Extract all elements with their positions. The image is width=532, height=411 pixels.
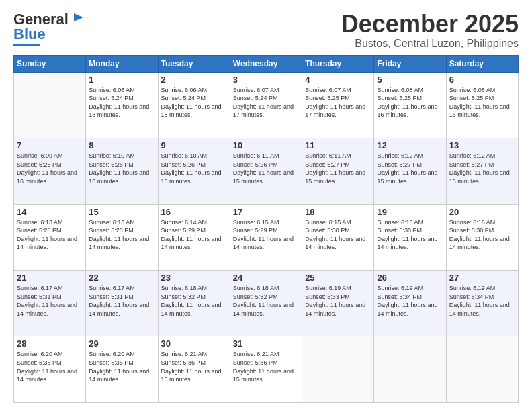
table-row: 20Sunrise: 6:16 AMSunset: 5:30 PMDayligh… xyxy=(446,204,518,270)
daylight-label: Daylight: 11 hours and 14 minutes. xyxy=(89,368,149,383)
sunrise-label: Sunrise: 6:15 AM xyxy=(305,219,351,226)
day-info: Sunrise: 6:08 AMSunset: 5:25 PMDaylight:… xyxy=(377,86,443,120)
sunset-label: Sunset: 5:33 PM xyxy=(305,293,350,300)
sunset-label: Sunset: 5:25 PM xyxy=(305,95,350,101)
table-row: 12Sunrise: 6:12 AMSunset: 5:27 PMDayligh… xyxy=(374,138,446,204)
daylight-label: Daylight: 11 hours and 14 minutes. xyxy=(449,302,510,317)
day-number: 25 xyxy=(305,273,371,283)
daylight-label: Daylight: 11 hours and 14 minutes. xyxy=(161,236,222,251)
sunrise-label: Sunrise: 6:11 AM xyxy=(233,152,279,159)
day-info: Sunrise: 6:11 AMSunset: 5:26 PMDaylight:… xyxy=(233,152,299,185)
day-info: Sunrise: 6:13 AMSunset: 5:28 PMDaylight:… xyxy=(89,218,154,252)
day-info: Sunrise: 6:19 AMSunset: 5:34 PMDaylight:… xyxy=(377,284,443,318)
sunrise-label: Sunrise: 6:09 AM xyxy=(17,152,63,159)
day-info: Sunrise: 6:18 AMSunset: 5:32 PMDaylight:… xyxy=(233,284,299,318)
day-number: 14 xyxy=(17,207,83,217)
day-number: 16 xyxy=(161,207,227,217)
table-row: 15Sunrise: 6:13 AMSunset: 5:28 PMDayligh… xyxy=(86,204,158,270)
sunrise-label: Sunrise: 6:20 AM xyxy=(17,351,63,357)
day-number: 3 xyxy=(233,75,299,85)
day-info: Sunrise: 6:10 AMSunset: 5:26 PMDaylight:… xyxy=(89,152,154,185)
table-row: 8Sunrise: 6:10 AMSunset: 5:26 PMDaylight… xyxy=(86,138,158,204)
col-thursday: Thursday xyxy=(302,55,374,72)
day-number: 23 xyxy=(161,273,227,283)
daylight-label: Daylight: 11 hours and 14 minutes. xyxy=(233,236,294,251)
table-row: 16Sunrise: 6:14 AMSunset: 5:29 PMDayligh… xyxy=(158,204,230,270)
calendar-header-row: Sunday Monday Tuesday Wednesday Thursday… xyxy=(14,55,519,72)
sunrise-label: Sunrise: 6:16 AM xyxy=(377,219,423,226)
daylight-label: Daylight: 11 hours and 14 minutes. xyxy=(17,302,77,317)
daylight-label: Daylight: 11 hours and 15 minutes. xyxy=(233,368,294,383)
sunrise-label: Sunrise: 6:13 AM xyxy=(17,219,63,226)
calendar-week-row: 1Sunrise: 6:06 AMSunset: 5:24 PMDaylight… xyxy=(14,72,519,138)
day-info: Sunrise: 6:21 AMSunset: 5:36 PMDaylight:… xyxy=(161,350,227,383)
table-row: 18Sunrise: 6:15 AMSunset: 5:30 PMDayligh… xyxy=(302,204,374,270)
col-wednesday: Wednesday xyxy=(230,55,302,72)
daylight-label: Daylight: 11 hours and 14 minutes. xyxy=(377,236,437,251)
calendar-table: Sunday Monday Tuesday Wednesday Thursday… xyxy=(13,55,519,403)
table-row xyxy=(446,336,518,403)
sunrise-label: Sunrise: 6:06 AM xyxy=(161,87,208,93)
sunset-label: Sunset: 5:29 PM xyxy=(161,227,206,234)
day-number: 22 xyxy=(89,273,154,283)
sunset-label: Sunset: 5:34 PM xyxy=(377,293,422,300)
sunset-label: Sunset: 5:32 PM xyxy=(161,293,206,300)
day-info: Sunrise: 6:12 AMSunset: 5:27 PMDaylight:… xyxy=(449,152,515,185)
sunrise-label: Sunrise: 6:07 AM xyxy=(305,87,351,93)
daylight-label: Daylight: 11 hours and 15 minutes. xyxy=(233,169,294,185)
day-number: 13 xyxy=(449,140,515,150)
table-row: 31Sunrise: 6:21 AMSunset: 5:36 PMDayligh… xyxy=(230,336,302,403)
day-info: Sunrise: 6:19 AMSunset: 5:33 PMDaylight:… xyxy=(305,284,371,318)
day-info: Sunrise: 6:14 AMSunset: 5:29 PMDaylight:… xyxy=(161,218,227,252)
daylight-label: Daylight: 11 hours and 16 minutes. xyxy=(377,103,437,119)
sunset-label: Sunset: 5:27 PM xyxy=(305,161,350,168)
sunrise-label: Sunrise: 6:10 AM xyxy=(89,152,135,159)
day-info: Sunrise: 6:13 AMSunset: 5:28 PMDaylight:… xyxy=(17,218,83,252)
day-info: Sunrise: 6:21 AMSunset: 5:36 PMDaylight:… xyxy=(233,350,299,383)
day-info: Sunrise: 6:09 AMSunset: 5:25 PMDaylight:… xyxy=(17,152,83,185)
col-friday: Friday xyxy=(374,55,446,72)
table-row: 26Sunrise: 6:19 AMSunset: 5:34 PMDayligh… xyxy=(374,271,446,336)
location-title: Bustos, Central Luzon, Philippines xyxy=(341,38,519,50)
day-info: Sunrise: 6:12 AMSunset: 5:27 PMDaylight:… xyxy=(377,152,443,185)
sunset-label: Sunset: 5:30 PM xyxy=(305,227,350,234)
table-row: 28Sunrise: 6:20 AMSunset: 5:35 PMDayligh… xyxy=(14,336,86,403)
day-info: Sunrise: 6:07 AMSunset: 5:24 PMDaylight:… xyxy=(233,86,299,120)
day-number: 18 xyxy=(305,207,371,217)
table-row: 14Sunrise: 6:13 AMSunset: 5:28 PMDayligh… xyxy=(14,204,86,270)
daylight-label: Daylight: 11 hours and 15 minutes. xyxy=(377,169,437,185)
day-number: 20 xyxy=(449,207,515,217)
sunset-label: Sunset: 5:24 PM xyxy=(89,95,134,101)
table-row: 30Sunrise: 6:21 AMSunset: 5:36 PMDayligh… xyxy=(158,336,230,403)
sunrise-label: Sunrise: 6:21 AM xyxy=(161,351,208,357)
table-row: 25Sunrise: 6:19 AMSunset: 5:33 PMDayligh… xyxy=(302,271,374,336)
daylight-label: Daylight: 11 hours and 14 minutes. xyxy=(17,236,77,251)
sunset-label: Sunset: 5:27 PM xyxy=(449,161,494,168)
table-row: 9Sunrise: 6:10 AMSunset: 5:26 PMDaylight… xyxy=(158,138,230,204)
day-info: Sunrise: 6:19 AMSunset: 5:34 PMDaylight:… xyxy=(449,284,515,318)
daylight-label: Daylight: 11 hours and 16 minutes. xyxy=(89,169,149,185)
sunset-label: Sunset: 5:29 PM xyxy=(233,227,278,234)
daylight-label: Daylight: 11 hours and 15 minutes. xyxy=(161,368,222,383)
table-row: 17Sunrise: 6:15 AMSunset: 5:29 PMDayligh… xyxy=(230,204,302,270)
daylight-label: Daylight: 11 hours and 14 minutes. xyxy=(305,302,365,317)
calendar-week-row: 14Sunrise: 6:13 AMSunset: 5:28 PMDayligh… xyxy=(14,204,519,270)
sunset-label: Sunset: 5:26 PM xyxy=(233,161,278,168)
day-number: 12 xyxy=(377,140,443,150)
sunrise-label: Sunrise: 6:19 AM xyxy=(449,285,496,291)
daylight-label: Daylight: 11 hours and 15 minutes. xyxy=(305,169,365,185)
day-number: 10 xyxy=(233,140,299,150)
logo: General Blue xyxy=(13,11,86,46)
day-number: 21 xyxy=(17,273,83,283)
table-row: 7Sunrise: 6:09 AMSunset: 5:25 PMDaylight… xyxy=(14,138,86,204)
daylight-label: Daylight: 11 hours and 14 minutes. xyxy=(89,236,149,251)
daylight-label: Daylight: 11 hours and 16 minutes. xyxy=(17,169,77,185)
day-number: 9 xyxy=(161,140,227,150)
day-number: 2 xyxy=(161,75,227,85)
day-info: Sunrise: 6:20 AMSunset: 5:35 PMDaylight:… xyxy=(89,350,154,383)
header: General Blue December 2025 Bustos, Centr… xyxy=(13,11,519,50)
day-info: Sunrise: 6:11 AMSunset: 5:27 PMDaylight:… xyxy=(305,152,371,185)
day-info: Sunrise: 6:16 AMSunset: 5:30 PMDaylight:… xyxy=(377,218,443,252)
day-number: 29 xyxy=(89,338,154,349)
sunrise-label: Sunrise: 6:17 AM xyxy=(89,285,135,291)
